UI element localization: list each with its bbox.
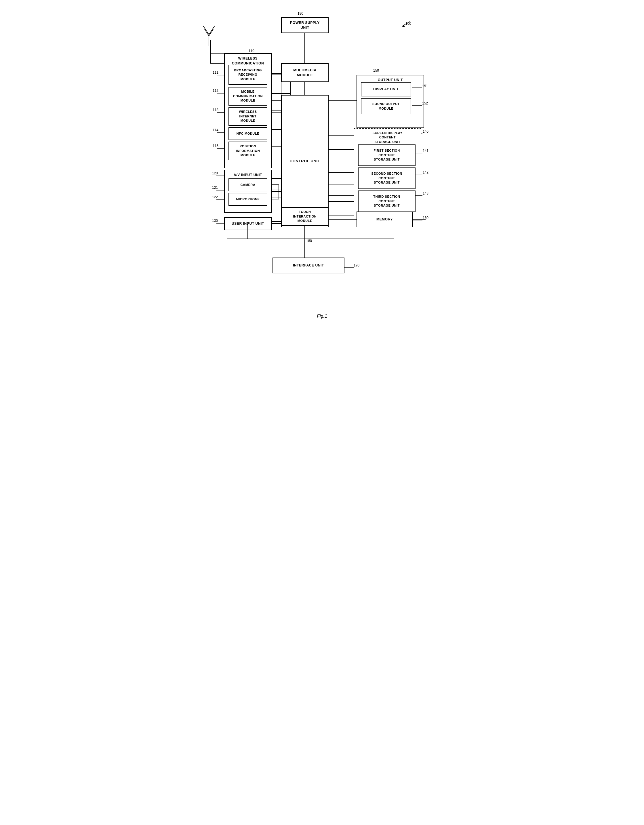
mobile-comm-box: MOBILECOMMUNICATIONMODULE [229,87,267,106]
ref-143: 143 [423,192,428,195]
figure-label: Fig.1 [317,313,327,320]
second-section-box: SECOND SECTIONCONTENTSTORAGE UNIT [358,167,415,189]
ref-170: 170 [354,263,360,267]
ref113-line [217,111,225,114]
ref114-line [217,131,225,134]
av-input-outer-box: A/V INPUT UNIT [224,170,272,213]
memory-box: MEMORY [357,212,412,227]
ref-180: 180 [306,239,312,243]
diagram: 190 POWER SUPPLYUNIT 100 110 WIRELESSCOM… [193,6,451,322]
svg-line-38 [209,26,215,34]
ref-190: 190 [298,11,303,15]
first-section-box: FIRST SECTIONCONTENTSTORAGE UNIT [358,144,415,166]
ref130-line [216,222,225,225]
ref-110: 110 [249,49,254,53]
ref112-line [217,92,225,95]
broadcasting-box: BROADCASTINGRECEIVINGMODULE [229,65,267,85]
ref-152: 152 [422,101,428,105]
svg-line-40 [209,29,213,36]
ref120-line [216,175,225,177]
ref170-line [344,266,355,269]
ref115-line [217,147,225,150]
microphone-box: MICROPHONE [229,193,267,206]
svg-line-39 [205,29,209,36]
interface-unit-box: INTERFACE UNIT [272,258,344,273]
ref100-arrow [394,20,411,29]
ref-160: 160 [423,216,428,220]
ref-142: 142 [423,170,428,175]
antenna-icon [202,23,216,46]
ref160-line [413,219,423,222]
nfc-box: NFC MODULE [229,127,267,140]
ref-141: 141 [423,149,428,153]
svg-line-37 [203,26,209,34]
ref152-line [412,104,422,107]
display-unit-box: DISPLAY UNIT [361,82,411,96]
ref111-line [217,74,225,77]
user-input-box: USER INPUT UNIT [224,217,272,230]
position-info-box: POSITIONINFORMATIONMODULE [229,142,267,160]
third-section-box: THIRD SECTIONCONTENTSTORAGE UNIT [358,190,415,212]
ref122-line [216,198,225,201]
power-supply-box: POWER SUPPLYUNIT [281,17,329,33]
ref151-line [412,87,422,89]
wireless-internet-box: WIRELESSINTERNETMODULE [229,107,267,126]
multimedia-box: MULTIMEDIAMODULE [281,63,329,82]
ref-151: 151 [422,84,428,88]
camera-box: CAMERA [229,178,267,192]
touch-interaction-box: TOUCHINTERACTIONMODULE [281,207,329,226]
ref-150: 150 [373,68,379,73]
sound-output-box: SOUND OUTPUTMODULE [361,99,411,114]
ref121-line [216,189,225,192]
ref-140: 140 [423,130,428,133]
